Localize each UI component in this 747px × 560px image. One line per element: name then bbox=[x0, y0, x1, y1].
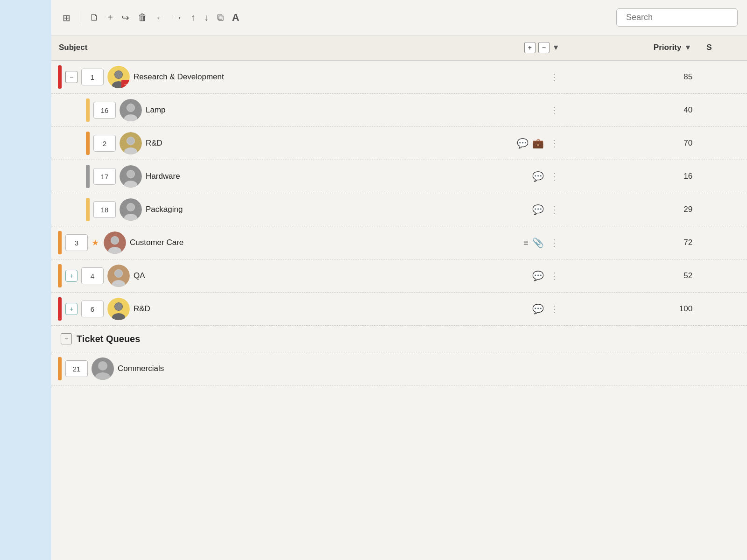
priority-bar bbox=[86, 198, 90, 221]
table-row: 3 ★ Customer Care ≡📎 ⋮ 72 bbox=[51, 226, 747, 259]
row-icons: 💬 ⋮ bbox=[532, 270, 561, 281]
file-icon[interactable]: 🗋 bbox=[88, 10, 101, 25]
subject-cell-content: 16 Lamp ⋮ bbox=[58, 98, 561, 122]
reply-icon[interactable]: ↪ bbox=[120, 10, 131, 25]
dots-menu-icon[interactable]: ⋮ bbox=[548, 237, 561, 248]
table-row: 17 Hardware 💬 ⋮ 16 bbox=[51, 160, 747, 193]
clip-icon: 📎 bbox=[532, 237, 544, 248]
subject-name: QA bbox=[134, 271, 529, 280]
priority-bar bbox=[86, 132, 90, 155]
subject-cell-content: 2 R&D 💬💼 ⋮ bbox=[58, 132, 561, 155]
table-row: 18 Packaging 💬 ⋮ 29 bbox=[51, 193, 747, 226]
arrow-down-icon[interactable]: ↓ bbox=[202, 10, 211, 25]
avatar: → bbox=[107, 66, 130, 88]
priority-cell: 40 bbox=[567, 94, 699, 127]
priority-bar bbox=[58, 297, 62, 321]
bottom-row-num: 21 bbox=[65, 360, 88, 377]
priority-label: Priority bbox=[654, 43, 682, 52]
plus-icon[interactable]: + bbox=[106, 10, 115, 25]
priority-value: 16 bbox=[574, 172, 693, 181]
header-actions: + − ▼ bbox=[524, 42, 560, 53]
svg-point-32 bbox=[98, 361, 107, 371]
subject-cell: 18 Packaging 💬 ⋮ bbox=[51, 193, 567, 226]
subject-cell-content: + 6 R&D 💬 ⋮ bbox=[58, 297, 561, 321]
trash-icon[interactable]: 🗑 bbox=[136, 10, 149, 25]
list-icon: ≡ bbox=[523, 238, 529, 248]
row-num-box: 4 bbox=[81, 267, 104, 284]
bottom-avatar bbox=[92, 357, 114, 380]
subject-name: Research & Development bbox=[134, 72, 544, 82]
row-icons: 💬 ⋮ bbox=[532, 171, 561, 182]
dots-menu-icon[interactable]: ⋮ bbox=[548, 270, 561, 281]
arrow-up-icon[interactable]: ↑ bbox=[189, 10, 197, 25]
nav-arrow[interactable]: → bbox=[121, 80, 130, 88]
arrow-right-icon[interactable]: → bbox=[171, 10, 184, 25]
dots-menu-icon[interactable]: ⋮ bbox=[548, 105, 561, 116]
row-icons: 💬💼 ⋮ bbox=[517, 138, 561, 149]
expand-plus-btn[interactable]: + bbox=[65, 303, 78, 315]
subject-cell: + 6 R&D 💬 ⋮ bbox=[51, 293, 567, 326]
collapse-minus-btn[interactable]: − bbox=[65, 71, 78, 83]
dots-menu-icon[interactable]: ⋮ bbox=[548, 71, 561, 83]
chat-icon: 💬 bbox=[532, 204, 544, 215]
add-column-btn[interactable]: + bbox=[524, 42, 536, 53]
priority-value: 29 bbox=[574, 205, 693, 214]
chat-icon: 💬 bbox=[517, 138, 529, 149]
svg-point-33 bbox=[95, 372, 110, 380]
row-icons: ⋮ bbox=[548, 71, 561, 83]
table-row: 2 R&D 💬💼 ⋮ 70 bbox=[51, 127, 747, 160]
table-row: + 6 R&D 💬 ⋮ 100 bbox=[51, 293, 747, 326]
dots-menu-icon[interactable]: ⋮ bbox=[548, 138, 561, 149]
main-table: Subject + − ▼ Priority ▼ bbox=[51, 35, 747, 326]
s-cell bbox=[699, 94, 747, 127]
ticket-queues-collapse-btn[interactable]: − bbox=[61, 333, 72, 344]
bottom-table: 21 Commercials bbox=[51, 352, 747, 385]
priority-value: 70 bbox=[574, 139, 693, 148]
remove-column-btn[interactable]: − bbox=[538, 42, 550, 53]
svg-point-11 bbox=[127, 137, 134, 145]
subject-cell-content: 18 Packaging 💬 ⋮ bbox=[58, 198, 561, 221]
dots-menu-icon[interactable]: ⋮ bbox=[548, 303, 561, 315]
row-num-box: 3 bbox=[65, 234, 88, 251]
avatar bbox=[120, 165, 142, 188]
dots-menu-icon[interactable]: ⋮ bbox=[548, 204, 561, 215]
font-icon[interactable]: A bbox=[230, 10, 241, 26]
subject-cell-content: 17 Hardware 💬 ⋮ bbox=[58, 165, 561, 188]
table-header-row: Subject + − ▼ Priority ▼ bbox=[51, 35, 747, 60]
bottom-subject-content: 21 Commercials bbox=[58, 357, 561, 380]
s-cell bbox=[699, 127, 747, 160]
subject-cell: 3 ★ Customer Care ≡📎 ⋮ bbox=[51, 226, 567, 259]
filter-icon[interactable]: ▼ bbox=[552, 43, 560, 52]
dots-menu-icon[interactable]: ⋮ bbox=[548, 171, 561, 182]
bottom-subject-cell: 21 Commercials bbox=[51, 352, 567, 385]
subject-column-header: Subject + − ▼ bbox=[51, 35, 567, 60]
bottom-table-row: 21 Commercials bbox=[51, 352, 747, 385]
row-num-box: 2 bbox=[93, 135, 116, 152]
chat-icon: 💬 bbox=[532, 270, 544, 281]
subject-cell: − 1 → Research & Development ⋮ bbox=[51, 60, 567, 94]
bottom-priority-bar bbox=[58, 357, 62, 380]
avatar bbox=[120, 132, 142, 154]
subject-cell: + 4 QA 💬 ⋮ bbox=[51, 259, 567, 293]
priority-cell: 100 bbox=[567, 293, 699, 326]
avatar bbox=[104, 231, 126, 254]
briefcase-icon: 💼 bbox=[532, 138, 544, 149]
priority-bar bbox=[58, 65, 62, 89]
arrow-left-icon[interactable]: ← bbox=[154, 10, 167, 25]
avatar bbox=[120, 198, 142, 221]
main-content: ⊞ 🗋 + ↪ 🗑 ← → ↑ ↓ ⧉ A Subject + − bbox=[51, 0, 747, 560]
table-row: 16 Lamp ⋮ 40 bbox=[51, 94, 747, 127]
subject-cell: 17 Hardware 💬 ⋮ bbox=[51, 160, 567, 193]
ticket-queues-section: − Ticket Queues bbox=[51, 326, 747, 352]
copy-icon[interactable]: ⧉ bbox=[215, 10, 226, 25]
subject-label: Subject bbox=[59, 43, 87, 52]
svg-point-3 bbox=[115, 71, 122, 78]
priority-column-header: Priority ▼ bbox=[567, 35, 699, 60]
grid-icon[interactable]: ⊞ bbox=[61, 10, 72, 25]
search-input[interactable] bbox=[616, 8, 738, 27]
priority-value: 72 bbox=[574, 238, 693, 247]
expand-plus-btn[interactable]: + bbox=[65, 270, 78, 282]
bottom-priority-cell bbox=[567, 352, 699, 385]
toolbar: ⊞ 🗋 + ↪ 🗑 ← → ↑ ↓ ⧉ A bbox=[51, 0, 747, 35]
priority-filter-icon[interactable]: ▼ bbox=[684, 43, 691, 52]
